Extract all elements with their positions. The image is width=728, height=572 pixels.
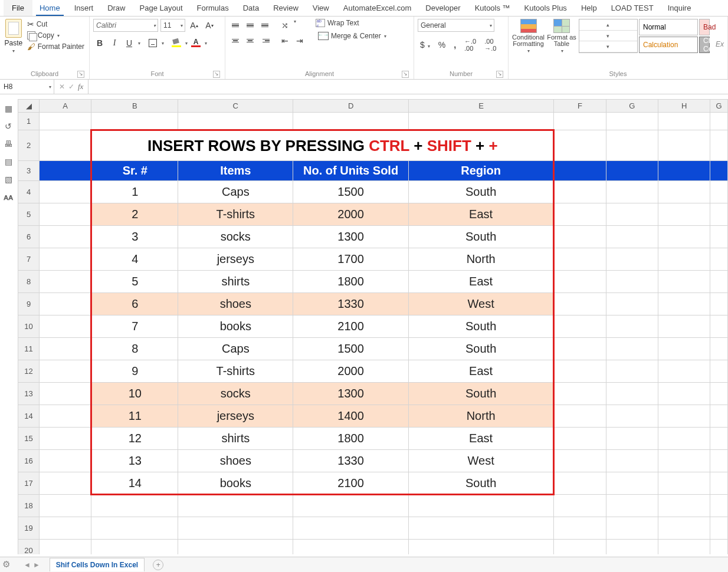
cell[interactable] — [40, 161, 91, 181]
tab-data[interactable]: Data — [236, 0, 266, 16]
copy-button[interactable]: Copy ▾ — [26, 31, 86, 40]
dialog-launcher-icon[interactable]: ↘ — [77, 71, 84, 78]
cell[interactable] — [710, 315, 728, 338]
cell[interactable]: 11 — [91, 405, 178, 428]
cell[interactable] — [40, 517, 91, 540]
cell[interactable] — [91, 113, 178, 130]
cell[interactable]: jerseys — [178, 248, 293, 271]
cell[interactable] — [658, 450, 710, 472]
cell[interactable]: South — [408, 315, 553, 338]
tab-help[interactable]: Help — [574, 0, 604, 16]
cell[interactable] — [408, 517, 553, 540]
cell[interactable] — [554, 338, 606, 360]
cell[interactable] — [710, 450, 728, 472]
cell[interactable] — [606, 293, 658, 315]
cell[interactable] — [658, 248, 710, 271]
cell[interactable] — [658, 540, 710, 555]
table-header-units[interactable]: No. of Units Sold — [293, 161, 409, 181]
cell[interactable] — [554, 495, 606, 517]
cell[interactable]: North — [408, 405, 553, 428]
cell[interactable] — [178, 113, 293, 130]
cell[interactable]: 1330 — [293, 450, 409, 472]
cell[interactable] — [658, 226, 710, 248]
cell[interactable] — [658, 517, 710, 540]
cell[interactable] — [710, 248, 728, 271]
cell[interactable] — [606, 226, 658, 248]
cell[interactable] — [658, 161, 710, 181]
row-header-12[interactable]: 12 — [18, 360, 40, 383]
cell[interactable] — [710, 540, 728, 555]
cell[interactable] — [658, 271, 710, 293]
cell[interactable] — [293, 517, 409, 540]
cell[interactable] — [554, 383, 606, 405]
cell[interactable] — [658, 338, 710, 360]
decrease-font-button[interactable]: A▾ — [203, 19, 216, 32]
cell[interactable]: socks — [178, 383, 293, 405]
format-painter-button[interactable]: 🖌 Format Painter — [26, 41, 86, 52]
cell[interactable] — [658, 130, 710, 161]
wrap-text-button[interactable]: Wrap Text — [316, 19, 359, 27]
chevron-down-icon[interactable]: ▾ — [138, 41, 140, 46]
cell[interactable] — [606, 203, 658, 226]
align-middle-button[interactable] — [244, 19, 257, 32]
table-header-sr[interactable]: Sr. # — [91, 161, 178, 181]
cell[interactable] — [710, 383, 728, 405]
cell[interactable]: socks — [178, 226, 293, 248]
align-bottom-button[interactable] — [258, 19, 271, 32]
cell[interactable]: 2000 — [293, 360, 409, 383]
chevron-down-icon[interactable]: ▾ — [205, 41, 207, 46]
dialog-launcher-icon[interactable]: ↘ — [496, 71, 503, 78]
cell[interactable] — [554, 271, 606, 293]
cell[interactable] — [91, 495, 178, 517]
cell[interactable] — [710, 360, 728, 383]
table-header-items[interactable]: Items — [178, 161, 293, 181]
italic-button[interactable]: I — [108, 37, 121, 50]
cell[interactable]: 14 — [91, 472, 178, 495]
fx-icon[interactable]: fx — [78, 82, 83, 91]
style-bad[interactable]: Bad — [699, 19, 710, 35]
select-all-corner[interactable]: ◢ — [18, 100, 40, 113]
cell[interactable]: 4 — [91, 248, 178, 271]
cell[interactable]: 10 — [91, 383, 178, 405]
cell[interactable]: shirts — [178, 271, 293, 293]
row-header-9[interactable]: 9 — [18, 293, 40, 315]
cell[interactable]: 1 — [91, 181, 178, 203]
cell[interactable] — [606, 130, 658, 161]
cell[interactable] — [40, 130, 91, 161]
cell[interactable]: East — [408, 360, 553, 383]
cell[interactable]: 9 — [91, 360, 178, 383]
cell[interactable]: 2100 — [293, 315, 409, 338]
cell[interactable]: 8 — [91, 338, 178, 360]
cell[interactable] — [554, 181, 606, 203]
tab-kutools-[interactable]: Kutools ™ — [468, 0, 517, 16]
cell[interactable] — [606, 517, 658, 540]
rail-icon-6[interactable]: ᴀᴀ — [4, 192, 13, 202]
increase-decimal-button[interactable]: ←.0.00 — [462, 37, 478, 53]
cell[interactable]: 1400 — [293, 405, 409, 428]
tab-review[interactable]: Review — [266, 0, 306, 16]
cell[interactable]: 2000 — [293, 203, 409, 226]
style-normal[interactable]: Normal — [639, 19, 698, 35]
cell[interactable] — [40, 315, 91, 338]
rail-icon-4[interactable]: ▤ — [5, 157, 12, 166]
row-header-13[interactable]: 13 — [18, 383, 40, 405]
cell[interactable]: jerseys — [178, 405, 293, 428]
cell[interactable] — [606, 540, 658, 555]
col-header-C[interactable]: C — [178, 100, 293, 113]
cell[interactable]: Caps — [178, 181, 293, 203]
cell[interactable] — [40, 450, 91, 472]
cell[interactable] — [554, 472, 606, 495]
row-header-7[interactable]: 7 — [18, 248, 40, 271]
cell[interactable] — [40, 226, 91, 248]
cell[interactable] — [710, 428, 728, 450]
row-header-3[interactable]: 3 — [18, 161, 40, 181]
cell[interactable] — [40, 248, 91, 271]
sheet-nav-next[interactable]: ► — [33, 561, 40, 569]
cell[interactable]: books — [178, 472, 293, 495]
cell[interactable]: West — [408, 293, 553, 315]
tab-home[interactable]: Home — [32, 0, 67, 16]
cell[interactable] — [40, 181, 91, 203]
col-header-E[interactable]: E — [408, 100, 553, 113]
style-check-cell[interactable]: Check Cell — [699, 37, 710, 53]
cell[interactable] — [554, 517, 606, 540]
